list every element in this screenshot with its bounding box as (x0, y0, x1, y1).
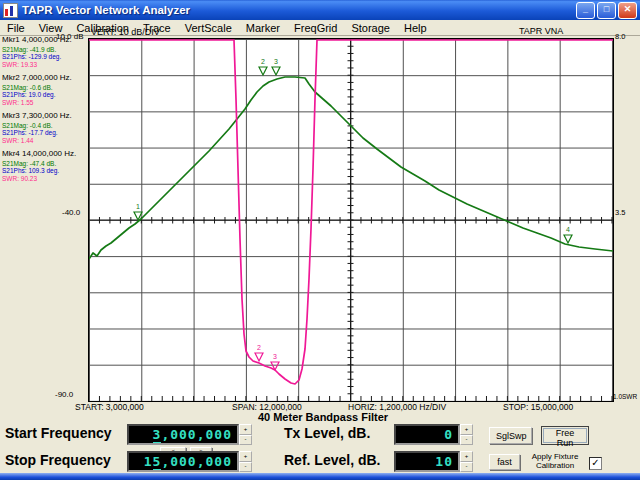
marker-s21phs: S21Phs: -129.9 deg. (2, 53, 88, 61)
marker-swr: SWR: 19.33 (2, 61, 88, 69)
ref-level-up-button[interactable]: + (460, 451, 473, 462)
menu-item-file[interactable]: File (0, 22, 32, 34)
stop-frequency-stepper: + - (239, 451, 252, 472)
tx-level-down-button[interactable]: - (460, 435, 473, 446)
menu-item-marker[interactable]: Marker (239, 22, 287, 34)
svg-text:3: 3 (273, 353, 277, 360)
apply-fixture-calibration-label: Apply Fixture Calibration (524, 453, 586, 470)
marker-swr: SWR: 90.23 (2, 175, 88, 183)
right-axis-bottom-label: 1.0SWR (613, 393, 637, 400)
ref-level-label: Ref. Level, dB. (284, 452, 380, 468)
close-icon[interactable]: ✕ (618, 2, 637, 19)
tx-level-field[interactable]: 0 (394, 424, 460, 445)
marker-s21mag: S21Mag: -47.4 dB. (2, 160, 88, 168)
marker-s21phs: S21Phs: 109.3 deg. (2, 167, 88, 175)
svg-text:2: 2 (261, 58, 265, 65)
tx-level-stepper: + - (460, 424, 473, 445)
minimize-icon[interactable]: _ (576, 2, 595, 19)
start-frequency-field[interactable]: 3,000,000 (127, 424, 239, 445)
window-bottom-border (0, 473, 640, 480)
tx-level-label: Tx Level, dB. (284, 425, 370, 441)
fast-button[interactable]: fast (489, 454, 520, 470)
menu-item-help[interactable]: Help (397, 22, 434, 34)
stop-frequency-field[interactable]: 15,000,000 (127, 451, 239, 472)
svg-text:4: 4 (566, 226, 570, 233)
tx-level-up-button[interactable]: + (460, 424, 473, 435)
left-axis-mid-label: -40.0 (62, 208, 80, 217)
marker-name: Mkr4 14,000,000 Hz. (2, 150, 88, 158)
svg-text:1: 1 (136, 203, 140, 210)
left-axis-top-label: 10.0 dB (56, 32, 84, 41)
marker-s21mag: S21Mag: -41.9 dB. (2, 46, 88, 54)
svg-text:3: 3 (274, 58, 278, 65)
start-frequency-label: Start Frequency (5, 425, 112, 441)
title-bar[interactable]: TAPR Vector Network Analyzer _ □ ✕ (0, 0, 640, 20)
app-icon (3, 3, 18, 18)
marker-readout-2: Mkr2 7,000,000 Hz.S21Mag: -0.6 dB.S21Phs… (2, 74, 88, 106)
right-axis-mid-label: 3.5 (615, 208, 625, 217)
apply-fixture-calibration-checkbox[interactable]: ✓ (589, 457, 602, 470)
app-window: TAPR Vector Network Analyzer _ □ ✕ FileV… (0, 0, 640, 480)
plot-area[interactable]: 123423 (88, 38, 614, 402)
maximize-icon[interactable]: □ (597, 2, 616, 19)
marker-readout-panel: Mkr1 4,000,000 Hz.S21Mag: -41.9 dB.S21Ph… (2, 36, 88, 188)
marker-swr: SWR: 1.44 (2, 137, 88, 145)
start-frequency-down-button[interactable]: - (239, 435, 252, 446)
single-sweep-button[interactable]: SglSwp (489, 427, 532, 444)
menu-item-vertscale[interactable]: VertScale (178, 22, 239, 34)
stop-frequency-down-button[interactable]: - (239, 462, 252, 473)
right-axis-top-label: 8.0 (615, 32, 625, 41)
trace-canvas: 123423 (89, 39, 613, 401)
free-run-button[interactable]: Free Run (541, 426, 589, 445)
marker-swr: SWR: 1.55 (2, 99, 88, 107)
stop-frequency-up-button[interactable]: + (239, 451, 252, 462)
marker-s21mag: S21Mag: -0.4 dB. (2, 122, 88, 130)
start-frequency-up-button[interactable]: + (239, 424, 252, 435)
marker-name: Mkr2 7,000,000 Hz. (2, 74, 88, 82)
menu-item-storage[interactable]: Storage (344, 22, 397, 34)
marker-name: Mkr3 7,300,000 Hz. (2, 112, 88, 120)
svg-text:2: 2 (257, 344, 261, 351)
stop-frequency-label: Stop Frequency (5, 452, 111, 468)
marker-readout-4: Mkr4 14,000,000 Hz.S21Mag: -47.4 dB.S21P… (2, 150, 88, 182)
marker-s21phs: S21Phs: -17.7 deg. (2, 129, 88, 137)
graph-title: 40 Meter Bandpass Filter (88, 411, 558, 423)
start-frequency-stepper: + - (239, 424, 252, 445)
menu-item-freqgrid[interactable]: FreqGrid (287, 22, 344, 34)
vertical-scale-label: VERT: 10 dB/DIV (91, 27, 160, 37)
window-title: TAPR Vector Network Analyzer (22, 4, 576, 16)
marker-s21mag: S21Mag: -0.6 dB. (2, 84, 88, 92)
marker-s21phs: S21Phs: 19.0 deg. (2, 91, 88, 99)
ref-level-stepper: + - (460, 451, 473, 472)
ref-level-field[interactable]: 10 (394, 451, 460, 472)
brand-label: TAPR VNA (519, 26, 563, 36)
ref-level-down-button[interactable]: - (460, 462, 473, 473)
marker-readout-3: Mkr3 7,300,000 Hz.S21Mag: -0.4 dB.S21Phs… (2, 112, 88, 144)
left-axis-bottom-label: -90.0 (55, 390, 73, 399)
